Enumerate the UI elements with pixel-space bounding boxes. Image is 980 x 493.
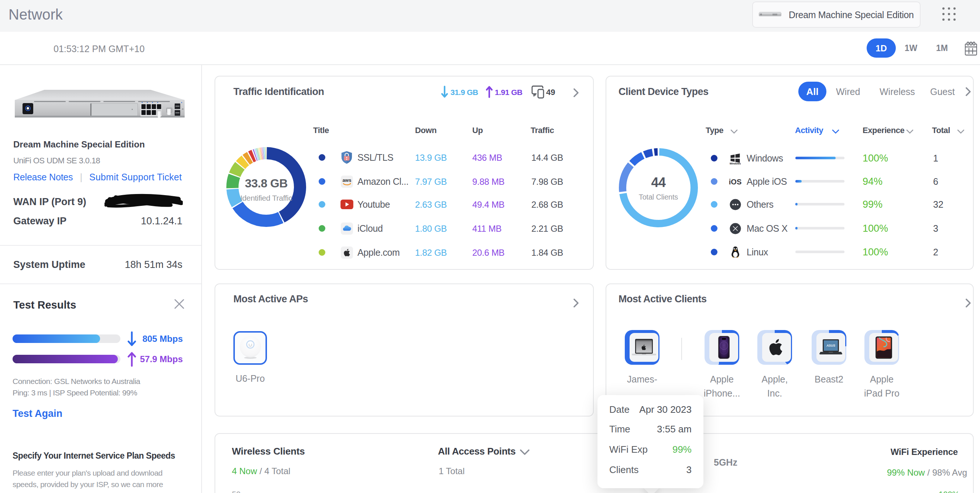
svg-text:Windows: Windows <box>730 162 741 164</box>
svg-text:iOS: iOS <box>729 178 741 186</box>
svg-text:ASUS: ASUS <box>826 344 835 348</box>
svg-text:aws: aws <box>342 178 351 183</box>
